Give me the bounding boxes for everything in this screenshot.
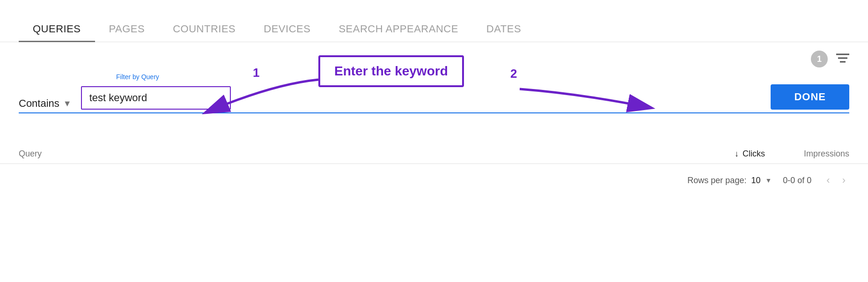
rows-chevron-icon[interactable]: ▼ <box>765 177 772 184</box>
tabs-bar: QUERIES PAGES COUNTRIES DEVICES SEARCH A… <box>0 0 868 42</box>
done-button[interactable]: DONE <box>771 84 849 110</box>
pagination-next-button[interactable]: › <box>839 172 849 188</box>
filter-icon[interactable] <box>836 52 849 66</box>
sort-down-icon: ↓ <box>735 149 739 159</box>
col-impressions-header: Impressions <box>784 149 849 159</box>
tab-pages[interactable]: PAGES <box>95 17 159 42</box>
filter-area: 1 Contains ▼ Filter by Query DONE Enter … <box>0 42 868 136</box>
pagination-prev-button[interactable]: ‹ <box>823 172 833 188</box>
pagination-range: 0-0 of 0 <box>783 176 811 186</box>
pagination-row: Rows per page: 10 ▼ 0-0 of 0 ‹ › <box>0 164 868 197</box>
contains-dropdown[interactable]: Contains ▼ <box>19 97 81 110</box>
filter-by-query-label: Filter by Query <box>116 73 159 81</box>
tab-dates[interactable]: DATES <box>472 17 535 42</box>
tab-devices[interactable]: DEVICES <box>250 17 324 42</box>
tab-queries[interactable]: QUERIES <box>19 17 95 42</box>
rows-number: 10 <box>751 176 760 186</box>
filter-top-row: 1 <box>19 51 849 71</box>
keyword-input-wrapper <box>81 86 771 110</box>
keyword-input[interactable] <box>81 86 231 110</box>
table-header: Query ↓ Clicks Impressions <box>0 140 868 164</box>
contains-label: Contains <box>19 97 59 110</box>
tab-search-appearance[interactable]: SEARCH APPEARANCE <box>324 17 472 42</box>
chevron-down-icon: ▼ <box>63 99 72 109</box>
rows-per-page-label: Rows per page: <box>687 176 746 186</box>
filter-badge: 1 <box>811 51 828 67</box>
tab-countries[interactable]: COUNTRIES <box>159 17 250 42</box>
col-query-header: Query <box>19 149 735 159</box>
pagination-nav: ‹ › <box>823 172 849 188</box>
col-clicks-header[interactable]: ↓ Clicks <box>735 149 765 159</box>
filter-row: Contains ▼ Filter by Query DONE <box>19 84 849 113</box>
filter-lines-icon <box>836 53 849 63</box>
rows-per-page: Rows per page: 10 ▼ <box>687 176 772 186</box>
